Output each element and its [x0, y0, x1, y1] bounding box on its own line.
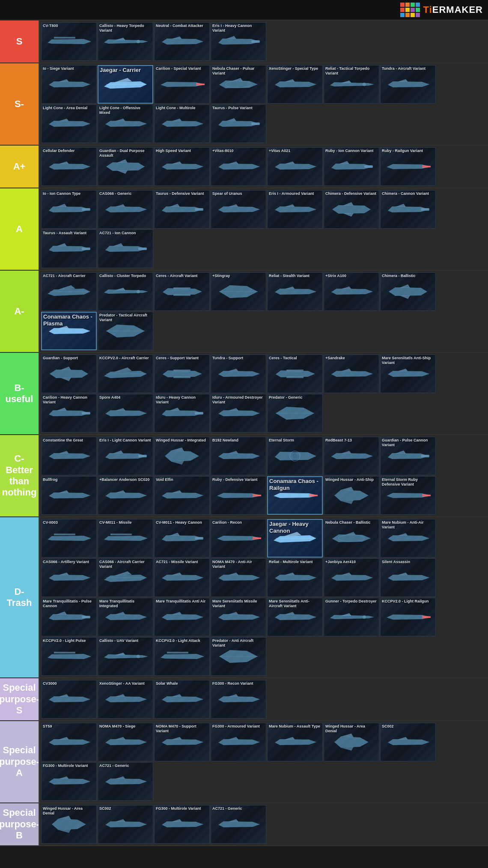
ship-card[interactable]: Reliat - Multirole Variant [267, 558, 323, 597]
ship-card[interactable]: FG300 - Multirole Variant [154, 805, 210, 844]
ship-card[interactable]: FG300 - Armoured Variant [211, 723, 266, 761]
ship-card[interactable]: Ceres - Tactical [267, 355, 323, 393]
ship-card[interactable]: Solar Whale [154, 680, 210, 719]
ship-card[interactable]: Spore A404 [98, 394, 153, 433]
ship-card[interactable]: Callisto - Heavy Torpedo Variant [98, 22, 153, 61]
ship-card[interactable]: KCCPV2.0 - Aircraft Carrier [98, 355, 153, 393]
ship-card[interactable]: Mare Sereniitatls Missile Variant [211, 598, 266, 636]
ship-card[interactable]: Ceres - Support Variant [154, 355, 210, 393]
ship-card[interactable]: Guardian - Pulse Cannon Variant [380, 437, 436, 475]
ship-card[interactable]: Ruby - Ion Cannon Variant [324, 147, 379, 186]
ship-card[interactable]: +Janbiya Aer410 [324, 558, 379, 597]
ship-card[interactable]: Guardian - Support [41, 355, 97, 393]
ship-card[interactable]: Reliat - Tactical Torpedo Variant [324, 65, 379, 104]
ship-card[interactable]: CV-M011 - Heavy Cannon [154, 519, 210, 558]
ship-card[interactable]: Eris I - Armoured Variant [267, 190, 323, 229]
ship-card[interactable]: High Speed Variant [154, 147, 210, 186]
ship-card[interactable]: Reliat - Stealth Variant [267, 272, 323, 311]
ship-card[interactable]: Taurus - Assault Variant [41, 230, 97, 268]
ship-card[interactable]: +Balancer Anderson SC020 [98, 476, 153, 515]
ship-card[interactable]: Ruby - Railgun Variant [380, 147, 436, 186]
ship-card[interactable]: Light Cone - Multirole [154, 104, 210, 143]
ship-card[interactable]: B192 Newland [211, 437, 266, 475]
ship-card[interactable]: FG300 - Recon Variant [211, 680, 266, 719]
ship-card[interactable]: Neutral - Combat Attacker [154, 22, 210, 61]
ship-card[interactable]: Chimera - Cannon Variant [380, 190, 436, 229]
ship-card[interactable]: Jaegar - Heavy Cannon [267, 519, 323, 558]
ship-card[interactable]: +Vitas A021 [267, 147, 323, 186]
ship-card[interactable]: Jaegar - Carrier [98, 65, 153, 104]
ship-card[interactable]: Iduru - Armoured Destroyer Variant [211, 394, 266, 433]
ship-card[interactable]: CV3000 [41, 680, 97, 719]
ship-card[interactable]: KCCPV2.0 - Light Pulse [41, 637, 97, 676]
ship-card[interactable]: Callisto - UAV Variant [98, 637, 153, 676]
ship-card[interactable]: +Strix A100 [324, 272, 379, 311]
ship-card[interactable]: Bullfrog [41, 476, 97, 515]
ship-card[interactable]: Winged Hussar - Area Denial [41, 805, 97, 844]
ship-card[interactable]: Conamara Chaos - Plasma [41, 312, 97, 350]
ship-card[interactable]: Conamara Chaos - Railgun [267, 476, 323, 515]
ship-card[interactable]: Winged Hussar - Area Denial [324, 723, 379, 761]
ship-card[interactable]: Carilion - Special Variant [154, 65, 210, 104]
ship-card[interactable]: Iduru - Heavy Cannon Variant [154, 394, 210, 433]
ship-card[interactable]: Eris I - Light Cannon Variant [98, 437, 153, 475]
ship-card[interactable]: Ruby - Defensive Variant [211, 476, 266, 515]
ship-card[interactable]: FG300 - Multirole Variant [41, 762, 97, 801]
ship-card[interactable]: Chimera - Ballistic [380, 272, 436, 311]
ship-card[interactable]: NOMA M470 - Siege [98, 723, 153, 761]
ship-card[interactable]: Eris I - Heavy Cannon Variant [211, 22, 266, 61]
ship-card[interactable]: Eternal Storm Ruby Defensive Variant [380, 476, 436, 515]
ship-card[interactable]: Cellular Defender [41, 147, 97, 186]
ship-card[interactable]: NOMA M470 - Anti-Air Variant [211, 558, 266, 597]
ship-card[interactable]: Mare Tranquillitatis Anti Air [154, 598, 210, 636]
ship-card[interactable]: Guardian - Dual Purpose Assault [98, 147, 153, 186]
ship-card[interactable]: KCCPV2.0 - Light Railgun [380, 598, 436, 636]
ship-card[interactable]: Predator - Generic [267, 394, 323, 433]
ship-card[interactable]: Carilion - Heavy Cannon Variant [41, 394, 97, 433]
ship-card[interactable]: Tundra - Aircraft Variant [380, 65, 436, 104]
ship-card[interactable]: RedBeast 7-13 [324, 437, 379, 475]
ship-card[interactable]: SC002 [98, 805, 153, 844]
ship-card[interactable]: Mare Nubium - Assault Type [267, 723, 323, 761]
ship-card[interactable]: Nebula Chaser - Pulsar Variant [211, 65, 266, 104]
ship-card[interactable]: Nebula Chaser - Ballistic [324, 519, 379, 558]
ship-card[interactable]: Silent Assassin [380, 558, 436, 597]
ship-card[interactable]: NOMA M470 - Support Variant [154, 723, 210, 761]
ship-card[interactable]: CAS066 - Artillery Variant [41, 558, 97, 597]
ship-card[interactable]: Eternal Storm [267, 437, 323, 475]
ship-card[interactable]: +Vitas-8010 [211, 147, 266, 186]
ship-card[interactable]: AC721 - Ion Cannon [98, 230, 153, 268]
ship-card[interactable]: Ceres - Aircraft Variant [154, 272, 210, 311]
ship-card[interactable]: AC721 - Generic [211, 805, 266, 844]
ship-card[interactable]: Tundra - Support [211, 355, 266, 393]
ship-card[interactable]: Light Cone - Area Denial [41, 104, 97, 143]
ship-card[interactable]: Taurus - Defensive Variant [154, 190, 210, 229]
ship-card[interactable]: XenoStinger - AA Variant [98, 680, 153, 719]
ship-card[interactable]: CV-M011 - Missile [98, 519, 153, 558]
ship-card[interactable]: Winged Hussar - Integrated [154, 437, 210, 475]
ship-card[interactable]: AC721 - Aircraft Carrier [41, 272, 97, 311]
ship-card[interactable]: Callisto - Cluster Torpedo [98, 272, 153, 311]
ship-card[interactable]: CAS066 - Aircraft Carrier Variant [98, 558, 153, 597]
ship-card[interactable]: Predator - Anti Aircraft Variant [211, 637, 266, 676]
ship-card[interactable]: Mare Tranquillitatis - Pulse Cannon [41, 598, 97, 636]
ship-card[interactable]: Winged Hussar - Anti-Ship [324, 476, 379, 515]
ship-card[interactable]: XenoStinger - Special Type [267, 65, 323, 104]
ship-card[interactable]: AC721 - Missile Variant [154, 558, 210, 597]
ship-card[interactable]: +Sandrake [324, 355, 379, 393]
ship-card[interactable]: +Stingray [211, 272, 266, 311]
ship-card[interactable]: Mare Sereniitatls Anti-Ship Variant [380, 355, 436, 393]
ship-card[interactable]: ST59 [41, 723, 97, 761]
ship-card[interactable]: CAS066 - Generic [98, 190, 153, 229]
ship-card[interactable]: CV-II003 [41, 519, 97, 558]
ship-card[interactable]: Io - Siege Variant [41, 65, 97, 104]
ship-card[interactable]: Mare Sereniitatls Anti-Aircraft Variant [267, 598, 323, 636]
ship-card[interactable]: KCCPV2.0 - Light Attack [154, 637, 210, 676]
ship-card[interactable]: Predator - Tactical Aircraft Variant [98, 312, 153, 350]
ship-card[interactable]: Spear of Uranus [211, 190, 266, 229]
ship-card[interactable]: Chimera - Defensive Variant [324, 190, 379, 229]
ship-card[interactable]: Mare Nubium - Anti-Air Variant [380, 519, 436, 558]
ship-card[interactable]: Gunner - Torpedo Destroyer [324, 598, 379, 636]
ship-card[interactable]: SC002 [380, 723, 436, 761]
ship-card[interactable]: Mare Tranquillitatis Integrated [98, 598, 153, 636]
